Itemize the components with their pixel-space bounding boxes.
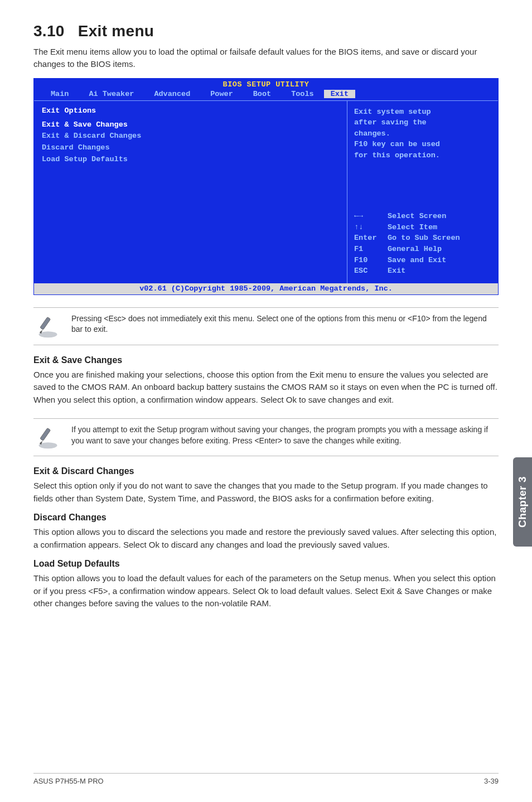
bios-legend-label: Save and Exit <box>388 255 446 266</box>
bios-legend-label: Go to Sub Screen <box>388 233 460 244</box>
bios-right-pane: Exit system setup after saving the chang… <box>347 101 498 283</box>
body-exit-save: Once you are finished making your select… <box>33 369 499 407</box>
chapter-side-tab: Chapter 3 <box>513 457 532 547</box>
subhead-discard: Discard Changes <box>33 513 499 523</box>
bios-legend-row: EnterGo to Sub Screen <box>354 233 491 244</box>
bios-help-line: changes. <box>354 128 491 139</box>
bios-panel: BIOS SETUP UTILITY Main Ai Tweaker Advan… <box>33 78 499 295</box>
bios-tab-main[interactable]: Main <box>41 90 79 98</box>
bios-legend-key: ESC <box>354 265 388 277</box>
bios-legend-label: Exit <box>388 265 405 277</box>
bios-legend: ←→Select Screen ↑↓Select Item EnterGo to… <box>354 211 491 276</box>
section-title-text: Exit menu <box>78 22 154 40</box>
footer-left: ASUS P7H55-M PRO <box>33 777 104 785</box>
bios-help-text: Exit system setup after saving the chang… <box>354 107 491 161</box>
body-load-defaults: This option allows you to load the defau… <box>33 572 499 610</box>
bios-option-discard[interactable]: Discard Changes <box>42 142 339 154</box>
intro-paragraph: The Exit menu items allow you to load th… <box>33 46 499 70</box>
bios-help-line: Exit system setup <box>354 107 491 118</box>
body-discard: This option allows you to discard the se… <box>33 526 499 551</box>
bios-legend-key: Enter <box>354 233 388 244</box>
bios-legend-row: ←→Select Screen <box>354 211 491 222</box>
subhead-load-defaults: Load Setup Defaults <box>33 559 499 569</box>
bios-tabs: Main Ai Tweaker Advanced Power Boot Tool… <box>34 89 498 100</box>
bios-legend-row: ESCExit <box>354 265 491 277</box>
bios-option-exit-save[interactable]: Exit & Save Changes <box>42 119 339 131</box>
section-heading: 3.10Exit menu <box>33 22 499 40</box>
pencil-note-icon <box>33 424 62 450</box>
note-block: Pressing <Esc> does not immediately exit… <box>33 307 499 345</box>
bios-tab-power[interactable]: Power <box>200 90 243 98</box>
bios-legend-row: ↑↓Select Item <box>354 222 491 233</box>
bios-tab-exit[interactable]: Exit <box>324 90 355 98</box>
bios-tab-tools[interactable]: Tools <box>281 90 324 98</box>
svg-rect-1 <box>40 317 51 330</box>
bios-help-line: after saving the <box>354 117 491 128</box>
note-text: If you attempt to exit the Setup program… <box>71 424 499 446</box>
bios-left-pane: Exit Options Exit & Save Changes Exit & … <box>34 101 347 283</box>
note-block: If you attempt to exit the Setup program… <box>33 418 499 456</box>
pencil-note-icon <box>33 313 62 339</box>
note-text: Pressing <Esc> does not immediately exit… <box>71 313 499 335</box>
svg-rect-4 <box>40 428 51 441</box>
bios-tab-advanced[interactable]: Advanced <box>144 90 200 98</box>
bios-tab-ai-tweaker[interactable]: Ai Tweaker <box>79 90 144 98</box>
page-footer: ASUS P7H55-M PRO 3-39 <box>33 773 499 785</box>
subhead-exit-save: Exit & Save Changes <box>33 355 499 365</box>
bios-copyright: v02.61 (C)Copyright 1985-2009, American … <box>34 283 498 294</box>
body-exit-discard: Select this option only if you do not wa… <box>33 480 499 505</box>
bios-legend-label: General Help <box>388 244 442 255</box>
bios-titlebar: BIOS SETUP UTILITY <box>34 79 498 89</box>
bios-tab-boot[interactable]: Boot <box>243 90 281 98</box>
chapter-side-tab-label: Chapter 3 <box>516 476 529 528</box>
bios-left-heading: Exit Options <box>42 107 339 115</box>
bios-help-line: for this operation. <box>354 150 491 161</box>
bios-help-line: F10 key can be used <box>354 139 491 150</box>
bios-legend-label: Select Screen <box>388 211 446 222</box>
bios-legend-key: F1 <box>354 244 388 255</box>
bios-legend-row: F10Save and Exit <box>354 255 491 266</box>
bios-legend-key: F10 <box>354 255 388 266</box>
bios-legend-key: ↑↓ <box>354 222 388 233</box>
subhead-exit-discard: Exit & Discard Changes <box>33 466 499 476</box>
section-number: 3.10 <box>33 22 65 40</box>
bios-option-exit-discard[interactable]: Exit & Discard Changes <box>42 131 339 142</box>
bios-legend-key: ←→ <box>354 211 388 222</box>
footer-right: 3-39 <box>484 777 499 785</box>
bios-legend-label: Select Item <box>388 222 437 233</box>
bios-option-load-defaults[interactable]: Load Setup Defaults <box>42 154 339 166</box>
bios-legend-row: F1General Help <box>354 244 491 255</box>
